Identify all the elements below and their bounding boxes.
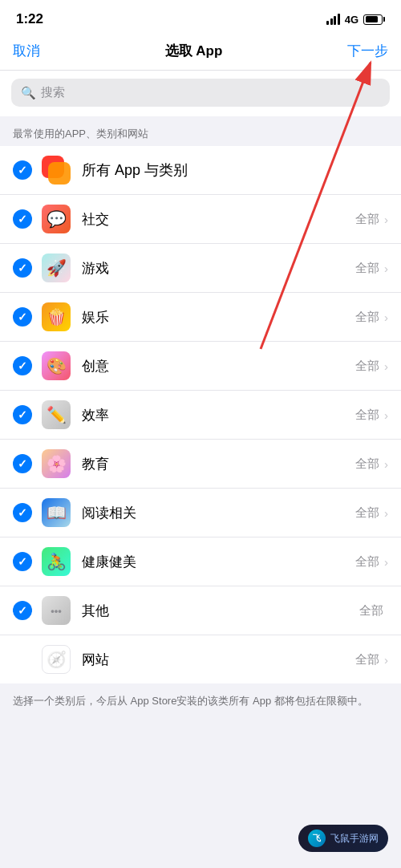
education-label: 教育	[82, 455, 355, 473]
status-right: 4G	[326, 14, 385, 26]
status-bar: 1:22 4G	[0, 0, 401, 34]
education-emoji: 🌸	[47, 454, 67, 473]
checkmark-education: ✓	[18, 457, 27, 470]
list-item-website[interactable]: 🧭 网站 全部 ›	[0, 635, 401, 683]
search-bar[interactable]: 🔍 搜索	[11, 79, 390, 107]
other-label: 其他	[82, 602, 359, 620]
list-item-entertainment[interactable]: ✓ 🍿 娱乐 全部 ›	[0, 293, 401, 342]
footer-note-text: 选择一个类别后，今后从 App Store安装的该类所有 App 都将包括在限额…	[13, 695, 368, 707]
watermark-logo-text: 飞	[313, 833, 321, 844]
games-icon: 🚀	[42, 254, 71, 282]
battery-body	[363, 14, 383, 25]
reading-sublabel: 全部	[355, 505, 379, 521]
creative-icon: 🎨	[42, 351, 71, 380]
cancel-button[interactable]: 取消	[13, 42, 40, 60]
creative-emoji: 🎨	[47, 356, 67, 375]
list-item-games[interactable]: ✓ 🚀 游戏 全部 ›	[0, 244, 401, 293]
checkbox-education[interactable]: ✓	[13, 454, 32, 473]
reading-icon: 📖	[42, 498, 71, 527]
footer-note: 选择一个类别后，今后从 App Store安装的该类所有 App 都将包括在限额…	[0, 683, 401, 719]
signal-bar-3	[334, 16, 336, 25]
list-item-efficiency[interactable]: ✓ ✏️ 效率 全部 ›	[0, 391, 401, 440]
checkmark-entertainment: ✓	[18, 310, 27, 323]
health-label: 健康健美	[82, 553, 355, 571]
checkmark-social: ✓	[18, 213, 27, 225]
signal-icon	[326, 14, 340, 25]
list-item-all-apps[interactable]: ✓ 所有 App 与类别	[0, 146, 401, 195]
education-sublabel: 全部	[355, 456, 379, 472]
next-button[interactable]: 下一步	[347, 42, 388, 60]
checkmark-health: ✓	[18, 555, 27, 568]
icon-layer-2	[48, 162, 71, 185]
health-chevron: ›	[384, 555, 388, 569]
checkbox-efficiency[interactable]: ✓	[13, 405, 32, 424]
health-sublabel: 全部	[355, 554, 379, 570]
page-title: 选取 App	[165, 42, 223, 60]
entertainment-icon: 🍿	[42, 302, 71, 331]
list-item-social[interactable]: ✓ 💬 社交 全部 ›	[0, 195, 401, 244]
efficiency-emoji: ✏️	[47, 405, 67, 424]
nav-bar: 取消 选取 App 下一步	[0, 34, 401, 71]
battery-fill	[366, 16, 378, 22]
checkbox-entertainment[interactable]: ✓	[13, 307, 32, 327]
section-header-text: 最常使用的APP、类别和网站	[13, 128, 148, 140]
games-label: 游戏	[82, 259, 355, 278]
efficiency-chevron: ›	[384, 408, 388, 422]
social-label: 社交	[82, 210, 355, 229]
checkmark-other: ✓	[18, 604, 27, 617]
checkbox-creative[interactable]: ✓	[13, 356, 32, 375]
social-emoji: 💬	[47, 209, 67, 229]
list-item-creative[interactable]: ✓ 🎨 创意 全部 ›	[0, 342, 401, 391]
signal-bar-4	[338, 14, 340, 25]
other-sublabel: 全部	[359, 603, 383, 619]
battery-icon	[363, 14, 385, 25]
status-4g: 4G	[345, 14, 358, 26]
efficiency-icon: ✏️	[42, 400, 71, 429]
reading-chevron: ›	[384, 506, 388, 520]
app-list: ✓ 所有 App 与类别 ✓ 💬 社交 全部 › ✓ 🚀 游戏 全部 ›	[0, 146, 401, 683]
search-container: 🔍 搜索	[0, 71, 401, 116]
other-icon: •••	[42, 596, 71, 625]
signal-bar-1	[326, 21, 329, 25]
watermark-text: 飞鼠手游网	[330, 832, 379, 846]
checkbox-games[interactable]: ✓	[13, 258, 32, 278]
creative-label: 创意	[82, 357, 355, 375]
creative-chevron: ›	[384, 359, 388, 373]
search-icon: 🔍	[21, 86, 36, 100]
search-input[interactable]: 搜索	[41, 85, 65, 100]
battery-tip	[383, 17, 385, 22]
reading-label: 阅读相关	[82, 504, 355, 522]
checkmark-games: ✓	[18, 262, 27, 274]
entertainment-chevron: ›	[384, 310, 388, 324]
website-icon: 🧭	[42, 645, 71, 674]
efficiency-sublabel: 全部	[355, 408, 379, 423]
health-emoji: 🚴	[47, 552, 67, 571]
watermark: 飞 飞鼠手游网	[298, 825, 388, 852]
website-label: 网站	[82, 651, 355, 669]
education-icon: 🌸	[42, 449, 71, 478]
games-chevron: ›	[384, 262, 388, 275]
status-time: 1:22	[16, 11, 43, 27]
no-checkbox-website	[13, 650, 32, 669]
checkbox-all-apps[interactable]: ✓	[13, 160, 32, 180]
list-item-education[interactable]: ✓ 🌸 教育 全部 ›	[0, 440, 401, 489]
entertainment-sublabel: 全部	[355, 310, 379, 325]
checkmark-creative: ✓	[18, 359, 27, 372]
checkbox-reading[interactable]: ✓	[13, 503, 32, 522]
all-apps-label: 所有 App 与类别	[82, 160, 388, 180]
all-apps-icon	[42, 156, 71, 185]
checkbox-other[interactable]: ✓	[13, 601, 32, 620]
efficiency-label: 效率	[82, 406, 355, 424]
games-sublabel: 全部	[355, 261, 379, 276]
website-sublabel: 全部	[355, 652, 379, 667]
list-item-health[interactable]: ✓ 🚴 健康健美 全部 ›	[0, 537, 401, 586]
other-emoji: •••	[51, 605, 62, 617]
checkbox-health[interactable]: ✓	[13, 552, 32, 571]
website-emoji: 🧭	[47, 650, 67, 669]
list-item-other[interactable]: ✓ ••• 其他 全部	[0, 586, 401, 635]
website-chevron: ›	[384, 653, 388, 667]
list-item-reading[interactable]: ✓ 📖 阅读相关 全部 ›	[0, 489, 401, 537]
social-sublabel: 全部	[355, 212, 379, 227]
entertainment-label: 娱乐	[82, 308, 355, 327]
checkbox-social[interactable]: ✓	[13, 209, 32, 229]
